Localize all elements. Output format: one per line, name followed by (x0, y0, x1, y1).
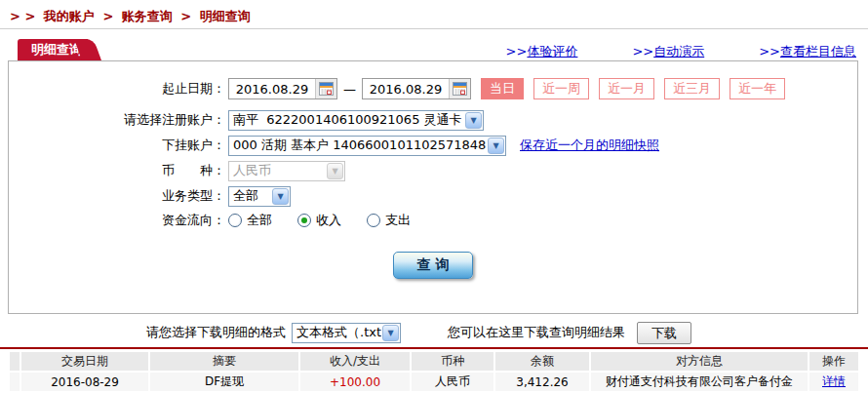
breadcrumb-prefix: > > (10, 9, 35, 23)
download-hint: 您可以在这里下载查询明细结果 (448, 324, 625, 341)
header-links: >>体验评价 >>自动演示 >>查看栏目信息 (506, 43, 856, 60)
download-format-label: 请您选择下载明细的格式 (146, 324, 286, 341)
breadcrumb-item-account-query[interactable]: 账务查询 (122, 9, 173, 23)
col-header-counterparty: 对方信息 (591, 352, 808, 371)
registered-account-value: 南平 6222001406100921065 灵通卡 (229, 111, 464, 129)
cell-counterparty: 财付通支付科技有限公司客户备付金 (591, 373, 808, 391)
table-row: 2016-08-29 DF提现 +100.00 人民币 3,412.26 财付通… (10, 373, 858, 391)
sub-account-row: 下挂账户： 000 活期 基本户 1406600101102571848 ▼ 保… (9, 134, 857, 157)
currency-value: 人民币 (229, 162, 326, 179)
calendar-icon[interactable] (449, 79, 470, 98)
spacer-cell (10, 373, 20, 391)
spacer-cell (10, 352, 20, 371)
chevron-down-icon: ▼ (382, 325, 399, 341)
fund-flow-row: 资金流向： 全部 收入 支出 (9, 209, 857, 232)
auto-demo-link[interactable]: >>自动演示 (632, 43, 704, 60)
col-header-summary: 摘要 (150, 352, 298, 371)
download-format-select[interactable]: 文本格式（.txt） ▼ (292, 323, 401, 343)
start-date-field[interactable]: 2016.08.29 (228, 78, 337, 99)
view-column-info-link[interactable]: >>查看栏目信息 (759, 43, 856, 60)
radio-icon (367, 214, 380, 227)
quick-range-month-button[interactable]: 近一月 (599, 78, 654, 99)
header-divider (0, 28, 868, 29)
fund-flow-option-expense[interactable]: 支出 (367, 212, 411, 229)
registered-account-row: 请选择注册账户： 南平 6222001406100921065 灵通卡 ▼ (9, 108, 857, 132)
currency-select: 人民币 ▼ (228, 161, 345, 181)
date-range-row: 起止日期： 2016.08.29 (9, 77, 857, 100)
table-header-row: 交易日期 摘要 收入/支出 币种 余额 对方信息 操作 (10, 352, 858, 371)
fund-flow-option-income[interactable]: 收入 (297, 212, 341, 229)
cell-action: 详情 (809, 373, 858, 391)
date-range-label: 起止日期： (9, 80, 228, 98)
col-header-currency: 币种 (412, 352, 493, 371)
radio-icon (228, 214, 242, 227)
col-header-amount: 收入/支出 (300, 352, 410, 371)
registered-account-label: 请选择注册账户： (9, 111, 228, 129)
radio-label: 全部 (247, 212, 272, 229)
sub-account-label: 下挂账户： (9, 137, 228, 154)
radio-checked-icon (297, 214, 311, 227)
cell-date: 2016-08-29 (21, 373, 148, 391)
business-type-label: 业务类型： (9, 187, 228, 205)
breadcrumb-separator: > (180, 9, 191, 23)
chevron-down-icon: ▼ (327, 163, 343, 179)
business-type-row: 业务类型： 全部 ▼ (9, 184, 857, 208)
business-type-select[interactable]: 全部 ▼ (228, 186, 291, 207)
link-prefix: >> (506, 44, 528, 59)
breadcrumb: > > 我的账户 > 账务查询 > 明细查询 (10, 8, 255, 25)
fund-flow-option-all[interactable]: 全部 (228, 212, 272, 229)
fund-flow-label: 资金流向： (9, 212, 228, 229)
registered-account-select[interactable]: 南平 6222001406100921065 灵通卡 ▼ (228, 110, 484, 131)
calendar-icon[interactable] (315, 79, 336, 98)
experience-rating-link[interactable]: >>体验评价 (506, 43, 578, 60)
chevron-down-icon: ▼ (272, 188, 289, 205)
link-label: 体验评价 (527, 44, 577, 59)
download-row: 请您选择下载明细的格式 文本格式（.txt） ▼ 您可以在这里下载查询明细结果 … (0, 320, 868, 345)
radio-label: 支出 (385, 212, 411, 229)
quick-range-year-button[interactable]: 近一年 (730, 78, 785, 99)
cell-balance: 3,412.26 (495, 373, 589, 391)
end-date-value[interactable]: 2016.08.29 (363, 82, 449, 97)
query-form-panel: 起止日期： 2016.08.29 (8, 60, 858, 314)
cell-amount: +100.00 (300, 373, 410, 391)
cell-summary: DF提现 (150, 373, 298, 391)
end-date-field[interactable]: 2016.08.29 (362, 78, 471, 99)
col-header-date: 交易日期 (21, 352, 148, 371)
sub-account-value: 000 活期 基本户 1406600101102571848 (229, 137, 487, 154)
breadcrumb-separator: > (102, 9, 113, 23)
link-label: 查看栏目信息 (780, 44, 856, 59)
start-date-value[interactable]: 2016.08.29 (229, 82, 315, 97)
date-range-separator: — (343, 82, 356, 97)
breadcrumb-item-detail-query[interactable]: 明细查询 (200, 9, 251, 23)
link-label: 自动演示 (653, 44, 704, 59)
table-top-divider (0, 347, 868, 349)
col-header-balance: 余额 (495, 352, 589, 371)
link-prefix: >> (632, 44, 653, 59)
quick-range-3months-button[interactable]: 近三月 (664, 78, 720, 99)
save-snapshot-link[interactable]: 保存近一个月的明细快照 (520, 137, 659, 154)
business-type-value: 全部 (229, 187, 271, 205)
quick-range-week-button[interactable]: 近一周 (533, 78, 589, 99)
chevron-down-icon: ▼ (488, 138, 504, 154)
detail-query-page: > > 我的账户 > 账务查询 > 明细查询 明细查询 >>体验评价 >>自动演… (0, 0, 868, 393)
radio-label: 收入 (316, 212, 341, 229)
transactions-table: 交易日期 摘要 收入/支出 币种 余额 对方信息 操作 2016-08-29 D… (8, 350, 860, 393)
breadcrumb-item-my-account[interactable]: 我的账户 (44, 9, 95, 23)
download-button[interactable]: 下载 (637, 322, 691, 344)
detail-link[interactable]: 详情 (822, 374, 846, 388)
currency-label: 币 种： (9, 162, 228, 179)
quick-range-today-button[interactable]: 当日 (481, 78, 524, 99)
cell-currency: 人民币 (412, 373, 493, 391)
chevron-down-icon: ▼ (465, 112, 482, 129)
query-button[interactable]: 查 询 (393, 252, 473, 279)
sub-account-select[interactable]: 000 活期 基本户 1406600101102571848 ▼ (228, 136, 506, 156)
download-format-value: 文本格式（.txt） (293, 324, 381, 341)
col-header-action: 操作 (809, 352, 858, 371)
link-prefix: >> (759, 44, 780, 59)
tab-detail-query[interactable]: 明细查询 (18, 39, 88, 60)
currency-row: 币 种： 人民币 ▼ (9, 159, 857, 182)
